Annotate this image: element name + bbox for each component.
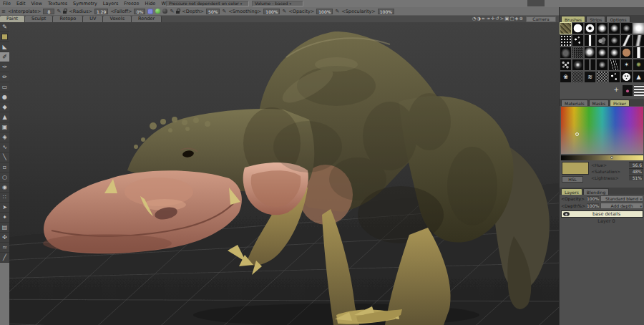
- tab-retopo[interactable]: Retopo: [53, 16, 83, 22]
- brush-arrow[interactable]: ▲: [633, 72, 644, 82]
- gizmo-icon[interactable]: ◈: [515, 16, 519, 22]
- tab-uv[interactable]: UV: [83, 16, 103, 22]
- slash-tool-icon[interactable]: ╱: [0, 253, 9, 263]
- brush-bright-bar[interactable]: [633, 47, 644, 58]
- falloff-value-field[interactable]: 0%: [134, 9, 145, 14]
- brush-scratches[interactable]: [609, 59, 620, 70]
- brush-thin-bar[interactable]: [585, 59, 595, 70]
- airbrush-tool-icon[interactable]: ✐: [0, 52, 9, 62]
- tab-materials[interactable]: Materials: [561, 100, 588, 106]
- rect-tool-icon[interactable]: ▫: [0, 162, 9, 173]
- brush-tool-icon[interactable]: ✎: [0, 22, 9, 32]
- wave-tool-icon[interactable]: ≈: [0, 243, 9, 253]
- specularity-value-field[interactable]: 100%: [378, 9, 394, 14]
- lock-icon[interactable]: [63, 11, 67, 14]
- rotate-view-icon[interactable]: ↺: [495, 16, 499, 22]
- curve-tool-icon[interactable]: ∿: [0, 142, 9, 152]
- brush-texture[interactable]: [560, 23, 571, 34]
- tab-layers[interactable]: Layers: [561, 188, 582, 195]
- brush-noise-soft[interactable]: [572, 72, 583, 82]
- brush-smudge[interactable]: [560, 47, 571, 58]
- volume-mode-dropdown[interactable]: Volume - based ▾: [252, 1, 303, 6]
- pointer-tool-icon[interactable]: ➤: [0, 203, 9, 213]
- interpolate-value-field[interactable]: 8: [43, 9, 54, 14]
- layer-row[interactable]: Layer 0: [561, 218, 643, 225]
- menu-view[interactable]: View: [28, 1, 44, 6]
- depth-mode-dropdown[interactable]: Add depth▾: [600, 203, 643, 209]
- tab-options[interactable]: Options: [606, 16, 630, 22]
- circle-tool-icon[interactable]: ○: [0, 173, 9, 183]
- brush-moss[interactable]: ✺: [633, 59, 644, 70]
- add-brush-button[interactable]: +: [612, 86, 621, 94]
- blob-tool-icon[interactable]: ●: [0, 92, 9, 102]
- grid-view-icon[interactable]: ▢: [509, 16, 514, 22]
- brush-dot-pattern[interactable]: [560, 35, 571, 46]
- clone-tool-icon[interactable]: ◈: [0, 132, 9, 142]
- tab-strips[interactable]: Strips: [586, 16, 605, 22]
- visibility-eye-icon[interactable]: [563, 212, 570, 216]
- brush-coil[interactable]: [634, 85, 644, 96]
- move-view-icon[interactable]: ✛: [491, 16, 494, 22]
- brush-soft-dot[interactable]: [597, 47, 608, 58]
- brush-face[interactable]: [621, 72, 632, 82]
- brush-pink-dot[interactable]: [623, 85, 633, 96]
- view-orbit-icon[interactable]: ◔: [472, 16, 477, 22]
- view-shade-icon[interactable]: ◑: [477, 16, 481, 22]
- negative-depth-icon[interactable]: [162, 9, 167, 14]
- pressure-mode-dropdown[interactable]: Pressure not dependent on color ▾: [166, 1, 249, 6]
- brush-hard-circle[interactable]: [572, 23, 583, 34]
- frame-tool-icon[interactable]: ▣: [0, 122, 9, 132]
- pen-tool-icon[interactable]: ✑: [0, 62, 9, 72]
- flatten-tool-icon[interactable]: ◆: [0, 102, 9, 112]
- brush-faint-3[interactable]: [597, 59, 608, 70]
- brush-faint-2[interactable]: [609, 35, 620, 46]
- eyedropper-tool-icon[interactable]: ✦: [0, 213, 9, 223]
- pan-left-icon[interactable]: ↞: [482, 16, 485, 22]
- frame-view-icon[interactable]: ▣: [504, 16, 509, 22]
- menu-freeze[interactable]: Freeze: [121, 1, 142, 6]
- brush-leaf[interactable]: ❀: [560, 72, 571, 82]
- brush-rocks[interactable]: [597, 35, 608, 46]
- corner-tool-icon[interactable]: ◣: [0, 42, 9, 52]
- tab-render[interactable]: Render: [132, 16, 162, 22]
- opacity-value-field[interactable]: 100%: [316, 9, 333, 14]
- tab-masks[interactable]: Masks: [589, 100, 610, 106]
- menu-file[interactable]: File: [0, 1, 14, 6]
- camera-button[interactable]: Camera: [526, 16, 556, 22]
- layer-row[interactable]: base details: [561, 210, 643, 218]
- brush-ring[interactable]: [585, 23, 595, 34]
- brush-soft-circle[interactable]: [597, 23, 608, 34]
- hsl-mode-button[interactable]: HSL: [562, 176, 583, 183]
- 3d-viewport[interactable]: [9, 22, 559, 325]
- pen-pressure-icon[interactable]: ✎: [335, 9, 339, 14]
- eraser-tool-icon[interactable]: ▭: [0, 82, 9, 92]
- current-color-swatch[interactable]: [562, 162, 589, 175]
- color-swatch[interactable]: [0, 32, 9, 42]
- color-picker-cursor[interactable]: [575, 132, 579, 136]
- light-icon[interactable]: ⊛: [519, 16, 523, 22]
- depth-value-field[interactable]: 50%: [206, 9, 220, 14]
- brush-vertical-bar[interactable]: [585, 35, 595, 46]
- pen-pressure-icon[interactable]: ✎: [57, 9, 61, 14]
- brush-skin-circle[interactable]: [621, 47, 632, 58]
- tab-picker[interactable]: Picker: [610, 100, 630, 106]
- brush-fern[interactable]: ✶: [621, 59, 632, 70]
- brush-square-soft[interactable]: [633, 23, 644, 34]
- next-view-icon[interactable]: ≻: [500, 16, 504, 22]
- tab-paint[interactable]: Paint: [0, 16, 25, 22]
- pan-right-icon[interactable]: ↠: [486, 16, 489, 22]
- brush-splatter[interactable]: [560, 59, 571, 70]
- brush-noise-dots[interactable]: [609, 72, 620, 82]
- smoothing-value-field[interactable]: 100%: [263, 9, 280, 14]
- brush-soft-dot-2[interactable]: [609, 47, 620, 58]
- tab-sculpt[interactable]: Sculpt: [25, 16, 53, 22]
- tab-voxels[interactable]: Voxels: [103, 16, 132, 22]
- lightness-slider[interactable]: [561, 155, 643, 160]
- tab-brushes[interactable]: Brushes: [561, 16, 585, 22]
- brush-noise-grid[interactable]: [597, 72, 608, 82]
- menu-layers[interactable]: Layers: [100, 1, 122, 6]
- menu-textures[interactable]: Textures: [45, 1, 70, 6]
- brush-rock[interactable]: [585, 47, 595, 58]
- menu-symmetry[interactable]: Symmetry: [70, 1, 100, 6]
- layer-depth-value-field[interactable]: 100%: [587, 203, 599, 208]
